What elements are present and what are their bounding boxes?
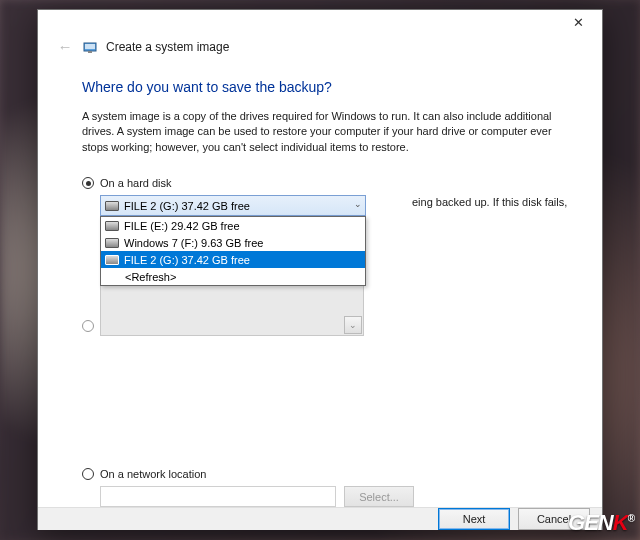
warning-text-fragment: eing backed up. If this disk fails, — [412, 195, 582, 210]
option-hard-disk-label: On a hard disk — [100, 177, 172, 189]
cancel-button-label: Cancel — [537, 513, 571, 525]
watermark-part2: K — [613, 510, 628, 535]
dropdown-item-selected[interactable]: FILE 2 (G:) 37.42 GB free — [101, 251, 365, 268]
watermark-mark: ® — [628, 513, 634, 524]
dialog-footer: Next Cancel — [38, 507, 602, 530]
radio-hard-disk[interactable] — [82, 177, 94, 189]
radio-dvd[interactable] — [82, 320, 94, 332]
next-button[interactable]: Next — [438, 508, 510, 530]
question-heading: Where do you want to save the backup? — [82, 79, 558, 95]
drive-select-wrapper: FILE 2 (G:) 37.42 GB free ⌄ eing backed … — [82, 195, 558, 336]
watermark-part1: GEN — [568, 510, 613, 535]
dropdown-item-label: <Refresh> — [125, 271, 176, 283]
next-button-label: Next — [463, 513, 486, 525]
drive-icon — [105, 221, 119, 231]
network-path-input[interactable] — [100, 486, 336, 507]
dialog-content: Where do you want to save the backup? A … — [38, 63, 602, 507]
dropdown-item-label: FILE 2 (G:) 37.42 GB free — [124, 254, 250, 266]
back-arrow-icon[interactable]: ← — [56, 38, 74, 55]
dialog-title: Create a system image — [106, 40, 229, 54]
svg-rect-2 — [88, 51, 92, 53]
drive-icon — [105, 255, 119, 265]
option-dvd[interactable]: O — [82, 320, 109, 332]
close-button[interactable]: ✕ — [560, 10, 596, 34]
drive-select-value: FILE 2 (G:) 37.42 GB free — [124, 200, 250, 212]
dropdown-item-label: Windows 7 (F:) 9.63 GB free — [124, 237, 263, 249]
drive-icon — [105, 201, 119, 211]
dropdown-item-refresh[interactable]: <Refresh> — [101, 268, 365, 285]
dropdown-item[interactable]: Windows 7 (F:) 9.63 GB free — [101, 234, 365, 251]
drive-dropdown: FILE (E:) 29.42 GB free Windows 7 (F:) 9… — [100, 216, 366, 286]
radio-network[interactable] — [82, 468, 94, 480]
option-network[interactable]: On a network location — [82, 468, 558, 480]
drive-icon — [105, 238, 119, 248]
chevron-down-icon: ⌄ — [354, 199, 362, 209]
svg-rect-1 — [85, 44, 95, 49]
system-image-icon — [82, 39, 98, 55]
dialog-header: ← Create a system image — [38, 34, 602, 63]
titlebar: ✕ — [38, 10, 602, 34]
description-text: A system image is a copy of the drives r… — [82, 109, 558, 155]
chevron-down-icon: ⌄ — [344, 316, 362, 334]
network-section: On a network location Select... — [82, 468, 558, 507]
select-button-label: Select... — [359, 491, 399, 503]
close-icon: ✕ — [573, 15, 584, 30]
option-hard-disk[interactable]: On a hard disk — [82, 177, 558, 189]
system-image-dialog: ✕ ← Create a system image Where do you w… — [37, 9, 603, 530]
watermark-logo: GENK® — [568, 510, 634, 536]
option-network-label: On a network location — [100, 468, 206, 480]
select-network-button: Select... — [344, 486, 414, 507]
drive-select[interactable]: FILE 2 (G:) 37.42 GB free ⌄ — [100, 195, 366, 216]
network-input-row: Select... — [100, 486, 558, 507]
dropdown-item[interactable]: FILE (E:) 29.42 GB free — [101, 217, 365, 234]
dropdown-item-label: FILE (E:) 29.42 GB free — [124, 220, 240, 232]
